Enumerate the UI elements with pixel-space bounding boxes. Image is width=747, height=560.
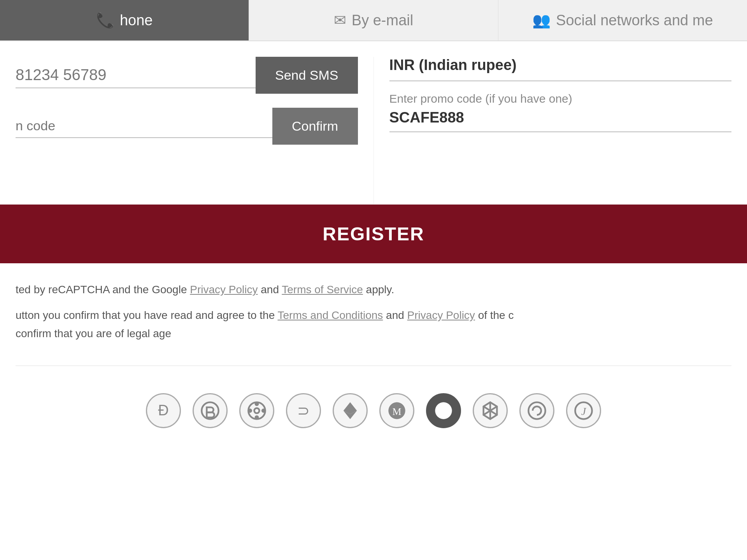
privacy-policy-link[interactable]: Privacy Policy (190, 284, 258, 296)
code-row: Confirm (16, 108, 358, 145)
phone-icon: 📞 (96, 12, 114, 29)
svg-text:Z: Z (440, 405, 447, 417)
terms-conditions-link[interactable]: Terms and Conditions (278, 309, 383, 321)
form-area: Send SMS Confirm INR (Indian rupee) Ente… (0, 41, 747, 205)
recaptcha-text: ted by reCAPTCHA and the Google Privacy … (16, 280, 731, 299)
confirmation-code-input[interactable] (16, 114, 272, 138)
social-icon: 👥 (532, 12, 551, 29)
legal-section: ted by reCAPTCHA and the Google Privacy … (0, 263, 747, 358)
dotcoin-icon[interactable] (239, 393, 274, 428)
confirm-text: utton you confirm that you have read and… (16, 306, 731, 343)
svg-text:J: J (581, 405, 587, 417)
tab-email-label: By e-mail (352, 12, 413, 29)
email-icon: ✉ (334, 12, 346, 29)
promo-value: SCAFE888 (389, 109, 732, 132)
zcash-icon[interactable]: Z (426, 393, 461, 428)
juventus-icon[interactable]: J (566, 393, 601, 428)
dash-icon[interactable]: Ð (146, 393, 181, 428)
svg-point-6 (262, 410, 265, 412)
svg-text:M: M (392, 406, 401, 417)
phone-input[interactable] (16, 62, 256, 88)
svg-point-0 (202, 402, 218, 419)
privacy-policy-link2[interactable]: Privacy Policy (407, 309, 475, 321)
psg-icon[interactable] (519, 393, 554, 428)
send-sms-button[interactable]: Send SMS (256, 57, 358, 94)
svg-point-3 (256, 402, 258, 405)
svg-point-5 (249, 410, 251, 412)
confirm-button[interactable]: Confirm (272, 108, 358, 145)
promo-label: Enter promo code (if you have one) (389, 92, 732, 105)
register-button[interactable]: REGISTER (0, 205, 747, 263)
send-sms-label: Send SMS (275, 68, 338, 82)
tabs-container: 📞 hone ✉ By e-mail 👥 Social networks and… (0, 0, 747, 41)
bytecoin-icon[interactable] (193, 393, 228, 428)
form-left: Send SMS Confirm (0, 57, 374, 204)
dashd-icon[interactable]: ⊃ (286, 393, 321, 428)
register-label: REGISTER (323, 224, 424, 244)
terms-of-service-link[interactable]: Terms of Service (282, 284, 363, 296)
tab-social-label: Social networks and me (556, 12, 713, 29)
tab-phone[interactable]: 📞 hone (0, 0, 249, 40)
currency-display: INR (Indian rupee) (389, 57, 732, 81)
crypto-icons-row: Ð ⊃ M Z (0, 374, 747, 452)
tab-email[interactable]: ✉ By e-mail (249, 0, 498, 40)
phone-row: Send SMS (16, 57, 358, 94)
tab-phone-label: hone (120, 12, 153, 29)
monero-icon[interactable]: M (379, 393, 414, 428)
svg-point-2 (254, 408, 260, 413)
ethereum-icon[interactable] (333, 393, 368, 428)
divider (16, 366, 731, 366)
svg-point-4 (256, 416, 258, 419)
svg-point-13 (528, 402, 545, 419)
confirm-label: Confirm (292, 119, 338, 133)
tab-social[interactable]: 👥 Social networks and me (498, 0, 747, 40)
form-right: INR (Indian rupee) Enter promo code (if … (374, 57, 747, 204)
safex-icon[interactable] (473, 393, 508, 428)
